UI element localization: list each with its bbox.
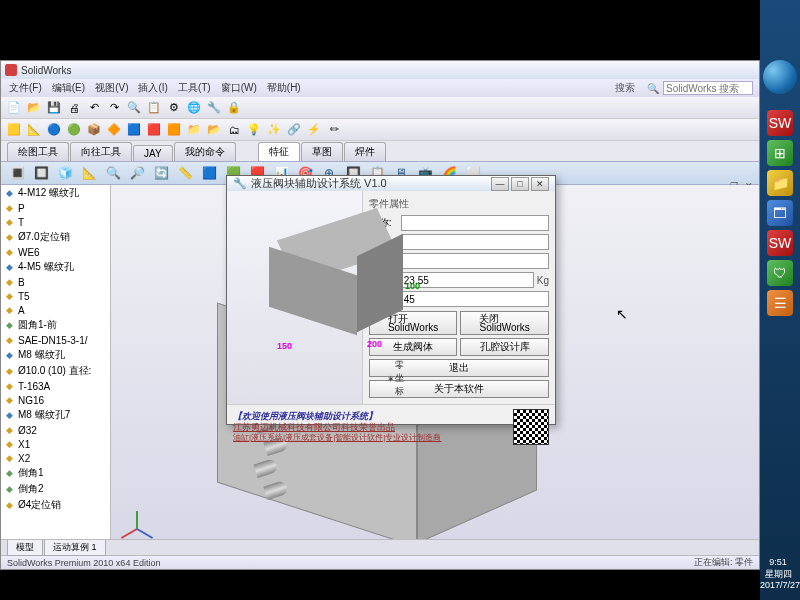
view-tool-0[interactable]: 🔳 (7, 163, 27, 183)
tree-item-13[interactable]: ◆T-163A (1, 379, 110, 393)
tree-item-6[interactable]: ◆B (1, 275, 110, 289)
input-code[interactable] (401, 234, 549, 250)
view-tool-5[interactable]: 🔎 (127, 163, 147, 183)
std-tool-1[interactable]: 📂 (25, 99, 43, 117)
input-material[interactable] (401, 291, 549, 307)
start-orb[interactable] (763, 60, 797, 94)
tree-item-16[interactable]: ◆Ø32 (1, 423, 110, 437)
close-solidworks-button[interactable]: 关闭 SolidWorks (460, 311, 549, 335)
tab-drawing-tools[interactable]: 绘图工具 (7, 142, 69, 161)
feat-tool-2[interactable]: 🔵 (45, 121, 63, 139)
view-tool-4[interactable]: 🔍 (103, 163, 123, 183)
feat-tool-10[interactable]: 📂 (205, 121, 223, 139)
tab-weldment[interactable]: 焊件 (344, 142, 386, 161)
menu-insert[interactable]: 插入(I) (134, 80, 171, 96)
tree-item-3[interactable]: ◆Ø7.0定位销 (1, 229, 110, 245)
tab-model[interactable]: 模型 (7, 540, 43, 556)
menu-window[interactable]: 窗口(W) (217, 80, 261, 96)
tree-item-14[interactable]: ◆NG16 (1, 393, 110, 407)
feat-tool-11[interactable]: 🗂 (225, 121, 243, 139)
generate-body-button[interactable]: 生成阀体 (369, 338, 458, 356)
view-tool-8[interactable]: 🟦 (199, 163, 219, 183)
input-note[interactable] (401, 253, 549, 269)
tree-item-1[interactable]: ◆P (1, 201, 110, 215)
feat-tool-7[interactable]: 🟥 (145, 121, 163, 139)
dialog-maximize-button[interactable]: □ (511, 177, 529, 191)
std-tool-7[interactable]: 📋 (145, 99, 163, 117)
tree-item-17[interactable]: ◆X1 (1, 437, 110, 451)
taskbar-icon-1[interactable]: ⊞ (767, 140, 793, 166)
tree-item-5[interactable]: ◆4-M5 螺纹孔 (1, 259, 110, 275)
tree-item-7[interactable]: ◆T5 (1, 289, 110, 303)
system-clock[interactable]: 9:51 星期四 2017/7/27 (760, 557, 796, 592)
input-weight[interactable] (401, 272, 534, 288)
std-tool-6[interactable]: 🔍 (125, 99, 143, 117)
taskbar-icon-3[interactable]: 🛡 (767, 260, 793, 286)
feat-tool-0[interactable]: 🟨 (5, 121, 23, 139)
tab-features[interactable]: 特征 (258, 142, 300, 161)
taskbar-icon-4[interactable]: ☰ (767, 290, 793, 316)
tree-item-21[interactable]: ◆Ø4定位销 (1, 497, 110, 513)
feat-tool-14[interactable]: 🔗 (285, 121, 303, 139)
feat-tool-6[interactable]: 🟦 (125, 121, 143, 139)
feat-tool-13[interactable]: ✨ (265, 121, 283, 139)
search-input[interactable] (663, 81, 753, 95)
tree-item-12[interactable]: ◆Ø10.0 (10) 直径: (1, 363, 110, 379)
std-tool-10[interactable]: 🔧 (205, 99, 223, 117)
feature-tree[interactable]: ◆4-M12 螺纹孔◆P◆T◆Ø7.0定位销◆WE6◆4-M5 螺纹孔◆B◆T5… (1, 185, 111, 539)
tree-item-8[interactable]: ◆A (1, 303, 110, 317)
taskbar-icon-sw2[interactable]: SW (767, 230, 793, 256)
feat-tool-1[interactable]: 📐 (25, 121, 43, 139)
feat-tool-5[interactable]: 🔶 (105, 121, 123, 139)
menu-edit[interactable]: 编辑(E) (48, 80, 89, 96)
view-tool-3[interactable]: 📐 (79, 163, 99, 183)
feat-tool-9[interactable]: 📁 (185, 121, 203, 139)
input-name[interactable] (401, 215, 549, 231)
orientation-triad[interactable] (121, 499, 151, 529)
tree-item-2[interactable]: ◆T (1, 215, 110, 229)
tree-item-18[interactable]: ◆X2 (1, 451, 110, 465)
tab-sketch[interactable]: 草图 (301, 142, 343, 161)
menu-file[interactable]: 文件(F) (5, 80, 46, 96)
tree-item-15[interactable]: ◆M8 螺纹孔7 (1, 407, 110, 423)
menu-tools[interactable]: 工具(T) (174, 80, 215, 96)
taskbar-icon-2[interactable]: 🗔 (767, 200, 793, 226)
taskbar-icon-folder[interactable]: 📁 (767, 170, 793, 196)
view-tool-7[interactable]: 📏 (175, 163, 195, 183)
menu-help[interactable]: 帮助(H) (263, 80, 305, 96)
feat-tool-3[interactable]: 🟢 (65, 121, 83, 139)
dialog-titlebar[interactable]: 🔧 液压阀块辅助设计系统 V1.0 — □ ✕ (227, 176, 555, 191)
tree-item-20[interactable]: ◆倒角2 (1, 481, 110, 497)
tree-item-19[interactable]: ◆倒角1 (1, 465, 110, 481)
taskbar-icon-sw[interactable]: SW (767, 110, 793, 136)
menu-view[interactable]: 视图(V) (91, 80, 132, 96)
feat-tool-4[interactable]: 📦 (85, 121, 103, 139)
std-tool-3[interactable]: 🖨 (65, 99, 83, 117)
tree-item-0[interactable]: ◆4-M12 螺纹孔 (1, 185, 110, 201)
std-tool-8[interactable]: ⚙ (165, 99, 183, 117)
view-tool-2[interactable]: 🧊 (55, 163, 75, 183)
dialog-close-button[interactable]: ✕ (531, 177, 549, 191)
feat-tool-15[interactable]: ⚡ (305, 121, 323, 139)
std-tool-9[interactable]: 🌐 (185, 99, 203, 117)
tab-past-tools[interactable]: 向往工具 (70, 142, 132, 161)
tree-item-4[interactable]: ◆WE6 (1, 245, 110, 259)
tree-item-11[interactable]: ◆M8 螺纹孔 (1, 347, 110, 363)
tree-item-10[interactable]: ◆SAE-DN15-3-1/ (1, 333, 110, 347)
dialog-minimize-button[interactable]: — (491, 177, 509, 191)
std-tool-4[interactable]: ↶ (85, 99, 103, 117)
company-link[interactable]: 江苏勇迈机械科技有限公司科技荣誉出品 (233, 422, 441, 433)
feat-tool-8[interactable]: 🟧 (165, 121, 183, 139)
feat-tool-12[interactable]: 💡 (245, 121, 263, 139)
std-tool-11[interactable]: 🔒 (225, 99, 243, 117)
tab-my-commands[interactable]: 我的命令 (174, 142, 236, 161)
feat-tool-16[interactable]: ✏ (325, 121, 343, 139)
view-tool-1[interactable]: 🔲 (31, 163, 51, 183)
tab-jay[interactable]: JAY (133, 145, 173, 161)
tree-item-9[interactable]: ◆圆角1-前 (1, 317, 110, 333)
std-tool-0[interactable]: 📄 (5, 99, 23, 117)
std-tool-2[interactable]: 💾 (45, 99, 63, 117)
tab-motion-study[interactable]: 运动算例 1 (44, 540, 106, 556)
hole-library-button[interactable]: 孔腔设计库 (460, 338, 549, 356)
view-tool-6[interactable]: 🔄 (151, 163, 171, 183)
